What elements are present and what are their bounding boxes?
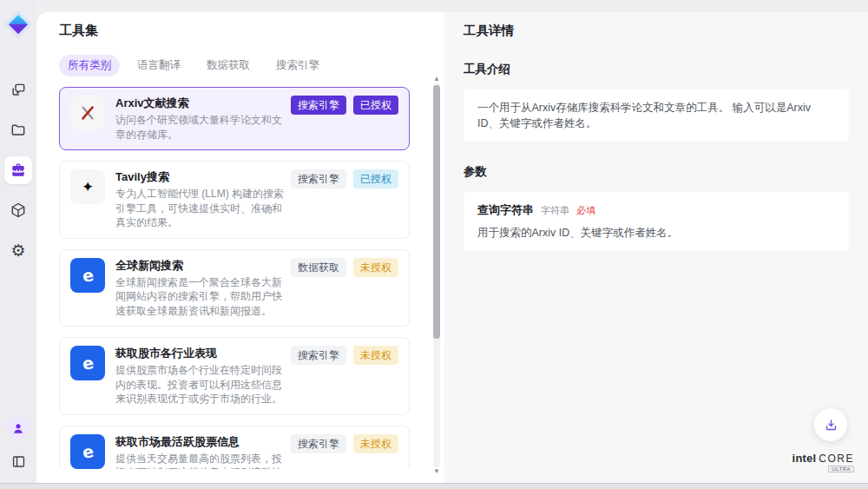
scrollbar-thumb[interactable] <box>433 85 440 339</box>
tool-title: 获取股市各行业表现 <box>115 346 291 360</box>
param-name: 查询字符串 <box>477 202 534 218</box>
intro-box: 一个用于从Arxiv存储库搜索科学论文和文章的工具。 输入可以是Arxiv ID… <box>464 89 849 142</box>
nav-toolbox-icon[interactable] <box>4 156 32 184</box>
rail-bottom <box>7 417 30 472</box>
tab-2[interactable]: 数据获取 <box>198 55 259 76</box>
download-icon <box>824 418 838 433</box>
param-desc: 用于搜索的Arxiv ID、关键字或作者姓名。 <box>477 226 835 241</box>
intro-text: 一个用于从Arxiv存储库搜索科学论文和文章的工具。 输入可以是Arxiv ID… <box>477 100 835 131</box>
tool-category-badge: 搜索引擎 <box>291 346 346 365</box>
globe-e-icon: e <box>70 258 105 293</box>
detail-title: 工具详情 <box>464 23 849 39</box>
tool-desc: 专为人工智能代理 (LLM) 构建的搜索引擎工具，可快速提供实时、准确和真实的结… <box>115 187 291 230</box>
panel-layout-icon[interactable] <box>7 450 30 472</box>
tool-category-badge: 数据获取 <box>291 258 346 277</box>
app-window: ⚙ 工具集 所有类别语言翻译数据获取搜索引擎 <box>0 0 868 483</box>
download-button[interactable] <box>814 408 847 441</box>
tool-title: Arxiv文献搜索 <box>115 96 291 110</box>
tool-list-panel: 工具集 所有类别语言翻译数据获取搜索引擎 Arxiv文献搜索访问各个研究领域大量… <box>36 12 444 483</box>
scroll-down-icon[interactable]: ▼ <box>433 467 440 476</box>
param-required-badge: 必填 <box>576 204 595 217</box>
tool-desc: 提供当天交易量最高的股票列表，投资者可以利用这些信息来识别流动性强的股票和潜在的… <box>115 452 291 470</box>
tab-1[interactable]: 语言翻译 <box>128 55 189 76</box>
tool-category-badge: 搜索引擎 <box>291 434 346 453</box>
globe-e-icon: e <box>70 346 105 380</box>
tool-auth-badge: 未授权 <box>353 346 398 365</box>
sparkle-icon: ✦ <box>70 169 105 204</box>
tool-auth-badge: 未授权 <box>353 258 398 277</box>
main-content: 工具集 所有类别语言翻译数据获取搜索引擎 Arxiv文献搜索访问各个研究领域大量… <box>36 0 868 483</box>
tool-title: Tavily搜索 <box>115 169 291 184</box>
window-bottom-edge <box>0 483 868 489</box>
tool-auth-badge: 已授权 <box>353 96 398 115</box>
page-title: 工具集 <box>59 23 444 39</box>
tab-3[interactable]: 搜索引擎 <box>267 55 328 76</box>
scroll-up-icon[interactable]: ▲ <box>433 75 440 83</box>
brand-intel: intel <box>792 452 817 465</box>
icon-rail: ⚙ <box>0 0 36 483</box>
nav-folder-icon[interactable] <box>4 116 32 144</box>
list-scrollbar[interactable]: ▲ ▼ <box>432 75 441 476</box>
tool-detail-panel: 工具详情 工具介绍 一个用于从Arxiv存储库搜索科学论文和文章的工具。 输入可… <box>444 12 868 483</box>
tool-desc: 提供股票市场各个行业在特定时间段内的表现。投资者可以利用这些信息来识别表现优于或… <box>115 363 291 406</box>
tool-desc: 访问各个研究领域大量科学论文和文章的存储库。 <box>115 113 291 142</box>
param-type: 字符串 <box>541 204 569 217</box>
param-box: 查询字符串 字符串 必填 用于搜索的Arxiv ID、关键字或作者姓名。 <box>464 192 849 251</box>
arxiv-x-icon <box>70 96 105 130</box>
tool-card-4[interactable]: e获取市场最活跃股票信息提供当天交易量最高的股票列表，投资者可以利用这些信息来识… <box>59 426 410 470</box>
rail-nav: ⚙ <box>4 76 32 264</box>
tool-card-3[interactable]: e获取股市各行业表现提供股票市场各个行业在特定时间段内的表现。投资者可以利用这些… <box>59 337 410 415</box>
tool-title: 获取市场最活跃股票信息 <box>115 434 291 449</box>
tool-card-2[interactable]: e全球新闻搜索全球新闻搜索是一个聚合全球各大新闻网站内容的搜索引擎，帮助用户快速… <box>59 249 410 327</box>
globe-e-icon: e <box>70 434 105 469</box>
intel-core-logo: intel core ultra <box>792 452 854 472</box>
intro-heading: 工具介绍 <box>464 62 849 77</box>
tool-auth-badge: 已授权 <box>353 169 398 188</box>
tool-category-badge: 搜索引擎 <box>291 96 346 115</box>
nav-chat-icon[interactable] <box>4 76 32 104</box>
tab-0[interactable]: 所有类别 <box>59 55 120 76</box>
category-tabs: 所有类别语言翻译数据获取搜索引擎 <box>59 55 444 76</box>
tool-title: 全球新闻搜索 <box>115 258 291 273</box>
tool-auth-badge: 未授权 <box>353 434 398 453</box>
user-avatar-icon[interactable] <box>7 417 30 439</box>
tool-card-1[interactable]: ✦Tavily搜索专为人工智能代理 (LLM) 构建的搜索引擎工具，可快速提供实… <box>59 161 410 239</box>
nav-settings-gear-icon[interactable]: ⚙ <box>4 236 32 264</box>
nav-cube-icon[interactable] <box>4 196 32 224</box>
tool-card-0[interactable]: Arxiv文献搜索访问各个研究领域大量科学论文和文章的存储库。搜索引擎已授权 <box>59 87 410 150</box>
app-logo-diamond-icon <box>3 9 34 40</box>
tool-card-list: Arxiv文献搜索访问各个研究领域大量科学论文和文章的存储库。搜索引擎已授权✦T… <box>59 87 410 469</box>
brand-ultra-badge: ultra <box>828 466 854 472</box>
params-heading: 参数 <box>464 164 849 180</box>
tool-category-badge: 搜索引擎 <box>291 169 346 188</box>
brand-core: core <box>819 453 854 465</box>
tool-desc: 全球新闻搜索是一个聚合全球各大新闻网站内容的搜索引擎，帮助用户快速获取全球最新资… <box>115 275 291 319</box>
scrollbar-track[interactable] <box>433 83 440 467</box>
